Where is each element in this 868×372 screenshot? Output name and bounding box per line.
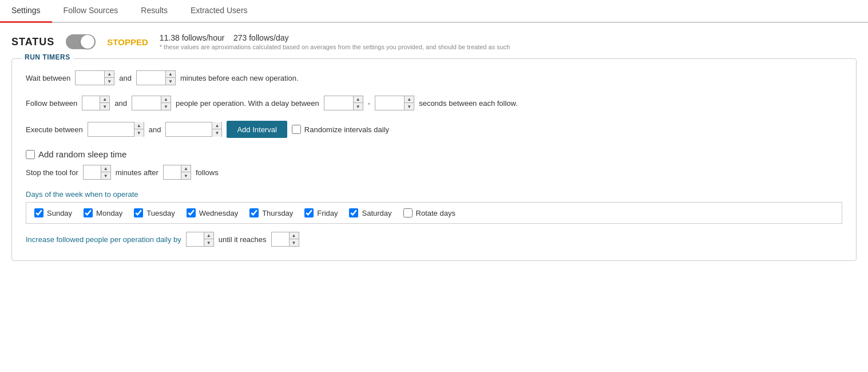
follow-min-up[interactable]: ▲ xyxy=(100,96,109,103)
randomize-checkbox[interactable] xyxy=(292,125,301,134)
increase-row: Increase followed people per operation d… xyxy=(26,232,842,247)
stop-min-input[interactable]: 0 xyxy=(84,165,101,179)
status-rates: 11.38 follows/hour 273 follows/day xyxy=(160,33,510,42)
day-sunday-checkbox[interactable] xyxy=(34,208,43,217)
execute-start-down[interactable]: ▼ xyxy=(134,129,144,137)
follow-max-input[interactable]: 25 xyxy=(132,96,161,110)
execute-start-input[interactable]: 12:00 AM xyxy=(88,122,134,136)
stop-min-spinbox: 0 ▲ ▼ xyxy=(83,165,111,180)
tab-bar: Settings Follow Sources Results Extracte… xyxy=(0,0,868,23)
day-wednesday-checkbox[interactable] xyxy=(187,208,196,217)
wait-max-spinbox: 90 ▲ ▼ xyxy=(136,70,176,85)
tab-results[interactable]: Results xyxy=(129,0,179,22)
delay-min-up[interactable]: ▲ xyxy=(354,96,363,103)
day-monday-checkbox[interactable] xyxy=(84,208,93,217)
follow-suffix: seconds between each follow. xyxy=(419,99,518,108)
wait-max-input[interactable]: 90 xyxy=(137,71,165,85)
day-wednesday-label: Wednesday xyxy=(199,209,238,217)
stop-follows-down[interactable]: ▼ xyxy=(181,172,191,179)
delay-max-spinbox: 20 ▲ ▼ xyxy=(375,96,414,110)
status-note: * these values are aproximations calcula… xyxy=(160,43,510,50)
increase-label: Increase followed people per operation d… xyxy=(26,235,181,244)
day-tuesday-wrapper[interactable]: Tuesday xyxy=(134,208,175,217)
tab-settings[interactable]: Settings xyxy=(0,0,52,22)
tab-follow-sources[interactable]: Follow Sources xyxy=(52,0,130,22)
day-tuesday-checkbox[interactable] xyxy=(134,208,143,217)
increase-max-down[interactable]: ▼ xyxy=(290,239,299,246)
stop-suffix: follows xyxy=(196,168,219,177)
delay-min-down[interactable]: ▼ xyxy=(354,103,363,110)
days-section: Days of the week when to operate Sunday … xyxy=(26,190,842,224)
sleep-checkbox-wrapper[interactable]: Add random sleep time xyxy=(26,149,126,159)
sleep-label: Add random sleep time xyxy=(38,149,126,159)
day-saturday-checkbox[interactable] xyxy=(349,208,358,217)
rotate-days-wrapper[interactable]: Rotate days xyxy=(403,208,455,217)
delay-max-down[interactable]: ▼ xyxy=(405,103,414,110)
randomize-checkbox-wrapper[interactable]: Randomize intervals daily xyxy=(292,125,389,134)
follow-max-up[interactable]: ▲ xyxy=(161,96,171,103)
wait-min-down[interactable]: ▼ xyxy=(105,78,114,85)
day-thursday-wrapper[interactable]: Thursday xyxy=(249,208,293,217)
status-state: STOPPED xyxy=(107,37,148,47)
execute-start-up[interactable]: ▲ xyxy=(134,122,144,129)
execute-start-spinbox: 12:00 AM ▲ ▼ xyxy=(88,122,144,137)
execute-and: and xyxy=(149,125,161,134)
day-monday-wrapper[interactable]: Monday xyxy=(84,208,122,217)
wait-max-up[interactable]: ▲ xyxy=(166,71,175,78)
wait-suffix: minutes before each new operation. xyxy=(180,74,299,82)
increase-max-spinbox: 0 ▲ ▼ xyxy=(271,232,299,247)
status-label: STATUS xyxy=(11,36,54,48)
status-bar: STATUS STOPPED 11.38 follows/hour 273 fo… xyxy=(0,23,868,58)
rotate-days-checkbox[interactable] xyxy=(403,208,413,217)
execute-end-input[interactable]: 11:59 PM xyxy=(166,122,212,136)
day-tuesday-label: Tuesday xyxy=(146,209,175,217)
sleep-checkbox[interactable] xyxy=(26,150,35,159)
follow-min-spinbox: 1 ▲ ▼ xyxy=(82,96,110,110)
execute-end-up[interactable]: ▲ xyxy=(212,122,221,129)
delay-dash: - xyxy=(368,99,370,108)
day-friday-checkbox[interactable] xyxy=(304,208,314,217)
delay-max-input[interactable]: 20 xyxy=(375,96,404,110)
day-monday-label: Monday xyxy=(96,209,122,217)
follow-min-down[interactable]: ▼ xyxy=(100,103,109,110)
increase-val-down[interactable]: ▼ xyxy=(204,239,213,246)
randomize-label: Randomize intervals daily xyxy=(304,125,389,134)
stop-follows-up[interactable]: ▲ xyxy=(181,165,191,172)
stop-min-down[interactable]: ▼ xyxy=(101,172,110,179)
execute-end-spinbox: 11:59 PM ▲ ▼ xyxy=(165,122,222,137)
status-toggle[interactable] xyxy=(66,34,96,49)
increase-val-up[interactable]: ▲ xyxy=(204,232,213,239)
section-title: RUN TIMERS xyxy=(21,53,74,61)
stop-follows-input[interactable]: 0 xyxy=(164,165,181,179)
follow-max-spinbox: 25 ▲ ▼ xyxy=(132,96,171,110)
delay-max-up[interactable]: ▲ xyxy=(405,96,414,103)
day-wednesday-wrapper[interactable]: Wednesday xyxy=(187,208,238,217)
execute-end-down[interactable]: ▼ xyxy=(212,129,221,137)
increase-max-up[interactable]: ▲ xyxy=(290,232,299,239)
day-friday-wrapper[interactable]: Friday xyxy=(304,208,338,217)
add-interval-button[interactable]: Add Interval xyxy=(227,121,287,138)
delay-min-input[interactable]: 15 xyxy=(324,96,353,110)
days-container: Sunday Monday Tuesday Wednesday xyxy=(26,202,842,224)
day-thursday-checkbox[interactable] xyxy=(249,208,259,217)
increase-max-input[interactable]: 0 xyxy=(272,232,289,246)
tab-extracted-users[interactable]: Extracted Users xyxy=(179,0,259,22)
stop-tool-label: Stop the tool for xyxy=(26,168,78,177)
toggle-knob xyxy=(81,35,94,49)
follow-min-input[interactable]: 1 xyxy=(82,96,100,110)
wait-row: Wait between 45 ▲ ▼ and 90 ▲ ▼ minutes b… xyxy=(26,70,842,85)
wait-max-down[interactable]: ▼ xyxy=(166,78,175,85)
wait-min-input[interactable]: 45 xyxy=(76,71,104,85)
stop-follows-spinbox: 0 ▲ ▼ xyxy=(163,165,191,180)
day-saturday-wrapper[interactable]: Saturday xyxy=(349,208,391,217)
follow-label: Follow between xyxy=(26,99,77,108)
day-sunday-wrapper[interactable]: Sunday xyxy=(34,208,72,217)
day-friday-label: Friday xyxy=(317,209,338,217)
days-label: Days of the week when to operate xyxy=(26,190,842,199)
sleep-row: Add random sleep time xyxy=(26,149,842,159)
stop-middle: minutes after xyxy=(116,168,158,177)
stop-min-up[interactable]: ▲ xyxy=(101,165,110,172)
increase-val-input[interactable]: 0 xyxy=(187,232,204,246)
follow-max-down[interactable]: ▼ xyxy=(161,103,171,110)
wait-min-up[interactable]: ▲ xyxy=(105,71,114,78)
